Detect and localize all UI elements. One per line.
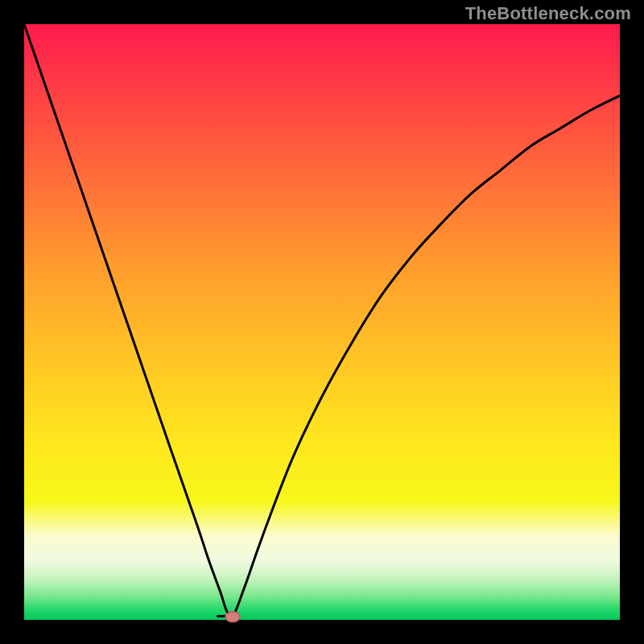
- bottleneck-chart: [0, 0, 644, 644]
- watermark-text: TheBottleneck.com: [465, 3, 631, 24]
- chart-frame: { "watermark": { "text": "TheBottleneck.…: [0, 0, 644, 644]
- optimal-point-marker: [225, 612, 240, 622]
- plot-background: [24, 24, 620, 620]
